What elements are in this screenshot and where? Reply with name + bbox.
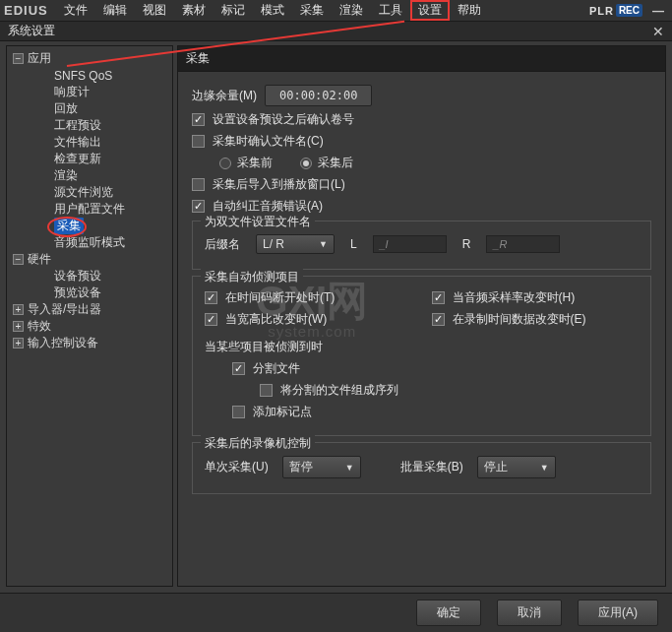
rec-data-checkbox[interactable]: [432, 313, 445, 326]
vcr-control-legend: 采集后的录像机控制: [201, 435, 315, 452]
l-suffix-input[interactable]: _l: [373, 235, 447, 253]
before-capture-label: 采集前: [237, 155, 273, 171]
tree-item-capture[interactable]: 采集: [7, 218, 172, 234]
menu-render[interactable]: 渲染: [332, 0, 371, 21]
add-marker-label: 添加标记点: [253, 404, 312, 420]
chevron-down-icon: ▼: [319, 239, 328, 249]
tree-item-project-preset[interactable]: 工程预设: [7, 117, 172, 134]
tree-item-playback[interactable]: 回放: [7, 100, 172, 117]
tree-group-hardware[interactable]: − 硬件: [7, 251, 172, 268]
menu-clip[interactable]: 素材: [174, 0, 214, 21]
auto-audio-label: 自动纠正音频错误(A): [213, 198, 323, 215]
menu-edit[interactable]: 编辑: [95, 0, 135, 21]
single-capture-label: 单次采集(U): [205, 459, 269, 475]
make-sequence-checkbox[interactable]: [260, 384, 273, 397]
tree-item-file-output[interactable]: 文件输出: [7, 134, 172, 151]
menu-view[interactable]: 视图: [135, 0, 174, 21]
tree-item-snfs[interactable]: SNFS QoS: [7, 67, 172, 84]
rec-indicator: REC: [616, 4, 642, 17]
split-file-label: 分割文件: [253, 360, 300, 377]
tree-item-check-update[interactable]: 检查更新: [7, 151, 172, 167]
plr-indicator: PLR: [589, 5, 614, 17]
dialog-footer: 确定 取消 应用(A): [0, 593, 672, 632]
chevron-down-icon: ▼: [540, 463, 549, 473]
audio-rate-checkbox[interactable]: [432, 291, 445, 304]
tree-collapse-icon[interactable]: −: [13, 53, 24, 64]
tree-expand-icon[interactable]: +: [13, 338, 24, 348]
r-suffix-label: R: [462, 237, 471, 251]
close-icon[interactable]: ✕: [652, 24, 664, 39]
ok-button[interactable]: 确定: [416, 600, 481, 626]
aspect-checkbox[interactable]: [205, 313, 217, 326]
margin-label: 边缘余量(M): [192, 88, 257, 104]
app-logo: EDIUS: [4, 3, 48, 18]
when-detected-label: 当某些项目被侦测到时: [205, 339, 323, 355]
auto-detect-fieldset: 采集自动侦测项目 在时间码断开处时(T) 当宽高比改变时(W): [192, 276, 651, 436]
dual-file-legend: 为双文件设置文件名: [201, 214, 315, 230]
suffix-combo[interactable]: L/ R▼: [256, 234, 335, 254]
minimize-button[interactable]: —: [648, 4, 668, 18]
tree-item-preview-device[interactable]: 预览设备: [7, 284, 172, 301]
import-playback-checkbox[interactable]: [192, 178, 205, 191]
tree-group-importer[interactable]: + 导入器/导出器: [7, 301, 172, 318]
tree-group-app[interactable]: − 应用: [7, 50, 172, 67]
menu-help[interactable]: 帮助: [450, 0, 489, 21]
margin-timecode[interactable]: 00:00:02:00: [265, 85, 372, 106]
dialog-titlebar: 系统设置 ✕: [0, 22, 672, 41]
auto-detect-legend: 采集自动侦测项目: [201, 269, 303, 285]
tree-item-render[interactable]: 渲染: [7, 167, 172, 184]
make-sequence-label: 将分割的文件组成序列: [280, 382, 398, 399]
batch-capture-combo[interactable]: 停止▼: [477, 456, 556, 478]
chevron-down-icon: ▼: [345, 463, 354, 473]
add-marker-checkbox[interactable]: [232, 406, 245, 418]
tree-expand-icon[interactable]: +: [13, 304, 24, 315]
tree-item-user-profile[interactable]: 用户配置文件: [7, 201, 172, 218]
tree-item-device-preset[interactable]: 设备预设: [7, 268, 172, 284]
tree-item-audio-monitor[interactable]: 音频监听模式: [7, 234, 172, 251]
after-capture-radio[interactable]: [300, 158, 312, 169]
apply-button[interactable]: 应用(A): [578, 600, 658, 626]
tree-item-loudness[interactable]: 响度计: [7, 84, 172, 100]
tree-item-source-browse[interactable]: 源文件浏览: [7, 184, 172, 201]
tree-expand-icon[interactable]: +: [13, 321, 24, 332]
r-suffix-input[interactable]: _R: [486, 235, 560, 253]
dialog-title: 系统设置: [8, 23, 652, 39]
vcr-control-fieldset: 采集后的录像机控制 单次采集(U) 暂停▼ 批量采集(B) 停止▼: [192, 442, 651, 494]
confirm-filename-label: 采集时确认文件名(C): [213, 133, 324, 150]
menubar: EDIUS 文件 编辑 视图 素材 标记 模式 采集 渲染 工具 设置 帮助 P…: [0, 0, 672, 22]
after-capture-label: 采集后: [318, 155, 353, 171]
aspect-label: 当宽高比改变时(W): [225, 311, 327, 328]
tree-collapse-icon[interactable]: −: [13, 254, 24, 265]
tree-group-effects[interactable]: + 特效: [7, 318, 172, 335]
menu-marker[interactable]: 标记: [214, 0, 253, 21]
menu-file[interactable]: 文件: [56, 0, 95, 21]
auto-audio-checkbox[interactable]: [192, 200, 205, 213]
confirm-reel-label: 设置设备预设之后确认卷号: [213, 111, 354, 128]
confirm-filename-checkbox[interactable]: [192, 135, 205, 148]
batch-capture-label: 批量采集(B): [400, 459, 463, 475]
l-suffix-label: L: [350, 237, 357, 251]
tree-group-input-control[interactable]: + 输入控制设备: [7, 335, 172, 351]
tc-break-label: 在时间码断开处时(T): [225, 289, 335, 306]
single-capture-combo[interactable]: 暂停▼: [282, 456, 361, 478]
tc-break-checkbox[interactable]: [205, 291, 217, 304]
suffix-label: 后缀名: [205, 236, 240, 253]
dual-file-fieldset: 为双文件设置文件名 后缀名 L/ R▼ L _l R _R: [192, 221, 651, 270]
cancel-button[interactable]: 取消: [497, 600, 562, 626]
panel-title: 采集: [177, 45, 666, 72]
import-playback-label: 采集后导入到播放窗口(L): [213, 176, 345, 193]
audio-rate-label: 当音频采样率改变时(H): [453, 289, 576, 306]
settings-tree: − 应用 SNFS QoS 响度计 回放 工程预设 文件输出 检查更新 渲染 源…: [6, 45, 173, 587]
menu-settings[interactable]: 设置: [410, 0, 450, 21]
split-file-checkbox[interactable]: [232, 362, 245, 375]
before-capture-radio[interactable]: [219, 158, 231, 169]
rec-data-label: 在录制时间数据改变时(E): [453, 311, 586, 328]
menu-capture[interactable]: 采集: [292, 0, 332, 21]
menu-mode[interactable]: 模式: [253, 0, 292, 21]
menu-tools[interactable]: 工具: [371, 0, 410, 21]
confirm-reel-checkbox[interactable]: [192, 113, 205, 126]
settings-panel: 采集 边缘余量(M) 00:00:02:00 设置设备预设之后确认卷号 采集时确…: [177, 45, 666, 587]
